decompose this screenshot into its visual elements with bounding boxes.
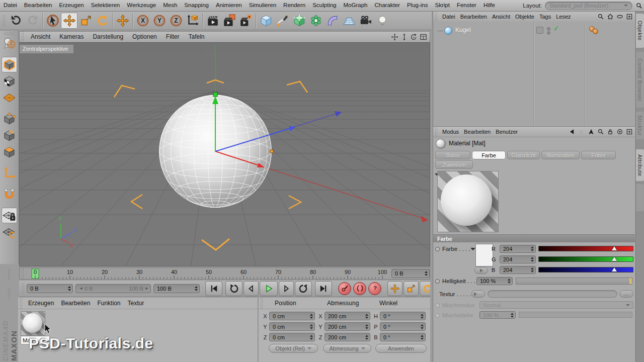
enabled-check-icon[interactable]: ✓ [553,25,559,32]
loop-back-button[interactable] [225,281,243,296]
abmessung-y-field[interactable]: 200 cm [325,322,370,331]
skip-start-button[interactable] [205,281,222,296]
workplane-lock-button[interactable] [2,208,17,223]
channel-g-field[interactable]: 204 [500,255,536,263]
polygons-mode-button[interactable] [2,144,17,160]
material-thumbnail[interactable] [21,311,45,336]
brightness-value-field[interactable]: 100 % [476,277,513,285]
channel-b-field[interactable]: 204 [500,266,536,274]
dock-tab-content-browser[interactable]: Content Browser [636,52,644,108]
object-menu-item-5[interactable]: Lesez [553,14,573,20]
texture-mode-button[interactable] [2,73,17,89]
apply-button[interactable]: Anwenden [375,344,427,353]
model-mode-button[interactable] [2,57,17,72]
add-camera-button[interactable] [357,13,374,29]
drag-handle[interactable] [21,31,25,43]
render-view-button[interactable] [204,13,221,29]
viewport-menu-item-0[interactable]: Ansicht [26,33,55,40]
color-expand-button[interactable] [474,267,488,274]
sphere-object-icon[interactable] [444,27,452,35]
home-icon[interactable] [607,13,614,20]
command-search-icon[interactable] [635,2,643,10]
texture-browse-button[interactable]: ... [619,290,633,298]
render-settings-button[interactable] [237,13,254,29]
render-visibility-dot[interactable] [547,31,550,35]
drag-handle[interactable] [435,126,438,138]
search-icon[interactable] [597,128,604,135]
position-y-field[interactable]: 0 cm [269,322,315,331]
redo-button[interactable] [24,13,41,29]
live-selection-button[interactable] [44,13,61,29]
drag-handle[interactable] [435,11,438,23]
object-menu-item-2[interactable]: Ansicht [490,14,513,20]
animation-dot-icon[interactable] [435,279,440,284]
abmessung-x-field[interactable]: 200 cm [325,312,370,320]
record-help-button[interactable]: ? [368,282,381,295]
camera-label[interactable]: Zentralperspektive [20,45,73,53]
add-cube-button[interactable] [258,13,274,29]
object-name[interactable]: Kugel [455,27,471,34]
winkel-b-field[interactable]: 0 ° [380,333,426,341]
position-x-field[interactable]: 0 cm [269,312,315,320]
slider-marker-icon[interactable] [612,267,617,272]
search-icon[interactable] [597,13,604,20]
chevron-down-icon[interactable] [470,248,475,253]
add-light-button[interactable] [374,13,390,29]
stepper-icon[interactable] [423,271,428,276]
tab-editor[interactable]: Editor [581,151,616,159]
main-menu-item-6[interactable]: Snapping [181,0,212,11]
material-menu-item-3[interactable]: Textur [124,298,147,309]
tab-basis[interactable]: Basis [435,151,470,159]
animation-dot-icon[interactable] [435,247,440,251]
timeline-ruler-scale[interactable]: 0102030405060708090100 [26,268,391,279]
main-menu-item-4[interactable]: Werkzeuge [123,0,159,11]
lock-icon[interactable] [607,128,614,135]
drag-handle[interactable] [22,283,25,295]
main-menu-item-10[interactable]: Sculpting [309,0,340,11]
color-swatch[interactable] [475,244,493,266]
move-button[interactable] [61,13,77,29]
main-menu-item-9[interactable]: Rendern [280,0,309,11]
eye-icon[interactable] [616,13,623,20]
tab-farbe[interactable]: Farbe [472,151,506,159]
prev-frame-button[interactable] [244,281,259,296]
forward-icon[interactable] [578,128,585,135]
main-menu-item-15[interactable]: Fenster [453,0,480,11]
add-array-button[interactable] [307,13,324,29]
material-menu-item-2[interactable]: Funktion [94,298,124,309]
main-menu-item-2[interactable]: Erzeugen [55,0,87,11]
object-menu-item-1[interactable]: Bearbeiten [458,14,490,20]
dock-tab-attribute[interactable]: Attribute [636,149,644,181]
loop-forward-button[interactable] [295,281,312,296]
drag-handle[interactable] [3,15,6,27]
object-manager-list[interactable]: Kugel ✓ [433,22,635,126]
main-menu-item-5[interactable]: Mesh [159,0,181,11]
workplane-mode-button[interactable] [2,90,17,106]
dock-tab-struktur[interactable]: Struktur [636,112,644,139]
object-menu-item-4[interactable]: Tags [537,14,553,20]
material-preview[interactable] [437,171,499,232]
main-menu-item-1[interactable]: Bearbeiten [21,0,56,11]
undo-button[interactable] [8,13,24,29]
main-menu-item-0[interactable]: Datei [0,0,21,11]
axis-mode-button[interactable] [2,165,17,181]
add-floor-button[interactable] [341,13,357,29]
slider-marker-icon[interactable] [612,246,617,250]
position-z-field[interactable]: 0 cm [269,333,315,341]
scale-button[interactable] [77,13,94,29]
main-menu-item-16[interactable]: Hilfe [480,0,499,11]
winkel-h-field[interactable]: 0 ° [380,312,426,320]
channel-r-slider[interactable] [538,246,633,251]
drag-handle[interactable] [8,268,11,281]
tab-glanzlicht[interactable]: Glanzlicht [507,151,540,159]
editor-visibility-dot[interactable] [547,27,550,31]
plus-icon[interactable] [626,128,633,135]
dock-tab-ebenen[interactable]: Ebenen [636,184,644,211]
viewport-menu-item-5[interactable]: Tafeln [184,33,209,40]
add-spline-button[interactable] [274,13,291,29]
viewport-menu-item-3[interactable]: Optionen [128,33,162,40]
brightness-slider[interactable] [516,278,632,285]
main-menu-item-3[interactable]: Selektieren [88,0,124,11]
size-mode-button[interactable]: Abmessung [323,344,371,353]
main-menu-item-8[interactable]: Simulieren [246,0,280,11]
